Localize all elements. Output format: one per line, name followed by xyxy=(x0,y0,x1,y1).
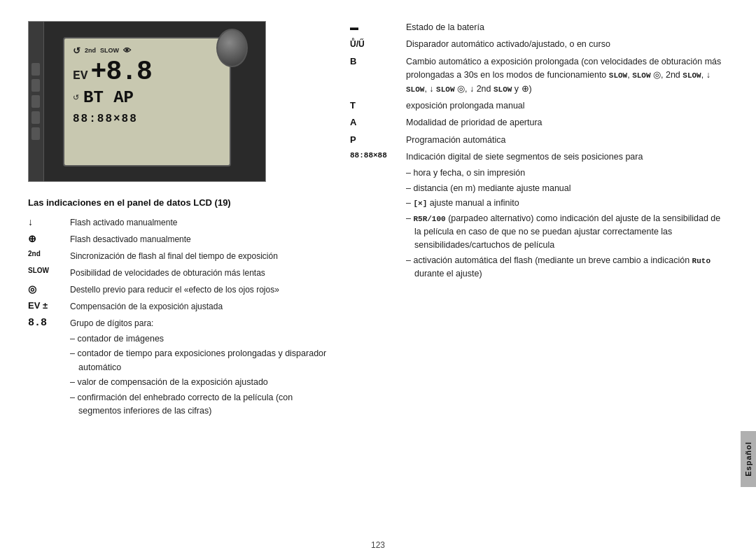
grip-stripe xyxy=(31,79,40,92)
right-key-timer: Ů/Ű xyxy=(350,38,406,49)
bullet-item-1: – contador de imágenes xyxy=(70,332,329,346)
desc-row-flash-off: ⊕ Flash desactivado manualmente xyxy=(28,233,329,246)
desc-section: Las indicaciones en el panel de datos LC… xyxy=(28,197,329,423)
lcd-slow-label: SLOW xyxy=(100,47,119,54)
grip-stripe xyxy=(31,95,40,108)
right-key-t: T xyxy=(350,99,406,111)
lcd-eye-icon: 👁 xyxy=(123,46,131,55)
desc-key-flash-on: ↓ xyxy=(28,216,70,227)
page-container: ↺ 2nd SLOW 👁 EV +8.8 ↺ BT AP xyxy=(0,0,756,557)
right-row-battery: ▬ Estado de la batería xyxy=(350,21,728,34)
lcd-ev-row: EV +8.8 xyxy=(73,59,221,85)
lcd-bt-ap-value: BT AP xyxy=(83,88,134,107)
right-bullet-2: – distancia (en m) mediante ajuste manua… xyxy=(406,182,728,195)
right-bullet-5: – activación automática del flash (media… xyxy=(406,254,728,281)
page-number: 123 xyxy=(0,540,756,557)
right-bullet-1: – hora y fecha, o sin impresión xyxy=(406,167,728,180)
bullet-item-4: – confirmación del enhebrado correcto de… xyxy=(70,391,329,418)
right-value-b: Cambio automático a exposición prolongad… xyxy=(406,55,728,96)
right-key-battery: ▬ xyxy=(350,21,406,32)
desc-value-flash-on: Flash activado manualmente xyxy=(70,216,177,229)
lcd-2nd-label: 2nd xyxy=(85,47,96,54)
desc-row-eye: ◎ Destello previo para reducir el «efect… xyxy=(28,283,329,296)
desc-row-ev: EV ± Compensación de la exposición ajust… xyxy=(28,300,329,313)
right-value-battery: Estado de la batería xyxy=(406,21,728,34)
grip-stripe xyxy=(31,63,40,76)
right-key-b: B xyxy=(350,55,406,66)
camera-knob xyxy=(216,29,248,67)
lcd-panel: ↺ 2nd SLOW 👁 EV +8.8 ↺ BT AP xyxy=(63,37,231,167)
right-bullet-4: – R5R/100 (parpadeo alternativo) como in… xyxy=(406,212,728,253)
bullet-item-2: – contador de tiempo para exposiciones p… xyxy=(70,347,329,374)
desc-key-2nd: 2nd xyxy=(28,250,70,258)
right-value-a: Modalidad de prioridad de apertura xyxy=(406,116,728,129)
camera-knob-area xyxy=(216,29,251,71)
desc-key-flash-off: ⊕ xyxy=(28,233,70,244)
lang-tab-text: Español xyxy=(744,442,752,477)
lcd-self-timer-icon: ↺ xyxy=(73,45,80,56)
right-bullet-3: – [×] ajuste manual a infinito xyxy=(406,197,728,210)
right-row-timer: Ů/Ű Disparador automático activado/ajust… xyxy=(350,38,728,51)
desc-value-ev: Compensación de la exposición ajustada xyxy=(70,300,223,313)
right-row-digits: 88:88×88 Indicación digital de siete seg… xyxy=(350,150,728,282)
camera-image: ↺ 2nd SLOW 👁 EV +8.8 ↺ BT AP xyxy=(28,21,266,182)
camera-grip xyxy=(29,22,44,181)
lcd-bt-ap-row: ↺ BT AP xyxy=(73,88,221,107)
right-key-p: P xyxy=(350,134,406,145)
desc-row-2nd: 2nd Sincronización de flash al final del… xyxy=(28,250,329,262)
right-row-p: P Programación automática xyxy=(350,134,728,147)
right-row-b: B Cambio automático a exposición prolong… xyxy=(350,55,728,96)
desc-title: Las indicaciones en el panel de datos LC… xyxy=(28,197,329,208)
lang-tab: Español xyxy=(741,431,756,487)
desc-value-eye: Destello previo para reducir el «efecto … xyxy=(70,283,279,296)
desc-key-digits: 8.8 xyxy=(28,317,70,329)
left-column: ↺ 2nd SLOW 👁 EV +8.8 ↺ BT AP xyxy=(28,21,329,526)
right-value-timer: Disparador automático activado/ajustado,… xyxy=(406,38,728,51)
right-row-a: A Modalidad de prioridad de apertura xyxy=(350,116,728,129)
lcd-ev-value: +8.8 xyxy=(91,59,152,85)
lcd-top-row: ↺ 2nd SLOW 👁 xyxy=(73,45,221,56)
desc-key-slow: SLOW xyxy=(28,267,70,274)
desc-row-slow: SLOW Posibilidad de velocidades de obtur… xyxy=(28,267,329,279)
desc-value-digits: Grupo de dígitos para: – contador de imá… xyxy=(70,317,329,419)
bullet-item-3: – valor de compensación de la exposición… xyxy=(70,376,329,389)
right-column: ▬ Estado de la batería Ů/Ű Disparador au… xyxy=(350,21,728,526)
right-value-p: Programación automática xyxy=(406,134,728,147)
bullet-list: – contador de imágenes – contador de tie… xyxy=(70,332,329,418)
desc-key-eye: ◎ xyxy=(28,283,70,295)
lcd-bottom-digits: 88:88×88 xyxy=(73,113,221,125)
right-row-t: T exposición prolongada manual xyxy=(350,99,728,113)
desc-value-flash-off: Flash desactivado manualmente xyxy=(70,233,191,246)
right-value-t: exposición prolongada manual xyxy=(406,99,728,113)
main-content: ↺ 2nd SLOW 👁 EV +8.8 ↺ BT AP xyxy=(0,0,756,540)
grip-stripe xyxy=(31,111,40,124)
right-value-digits: Indicación digital de siete segmentos de… xyxy=(406,150,728,282)
lcd-ev-label: EV xyxy=(73,69,88,83)
lcd-timer-icon: ↺ xyxy=(73,93,79,102)
desc-row-flash-on: ↓ Flash activado manualmente xyxy=(28,216,329,229)
right-key-digits: 88:88×88 xyxy=(350,150,406,160)
right-bullet-list: – hora y fecha, o sin impresión – distan… xyxy=(406,167,728,281)
desc-key-ev: EV ± xyxy=(28,300,70,311)
right-key-a: A xyxy=(350,116,406,127)
desc-value-slow: Posibilidad de velocidades de obturación… xyxy=(70,267,265,279)
desc-value-2nd: Sincronización de flash al final del tie… xyxy=(70,250,278,262)
grip-stripe xyxy=(31,127,40,140)
desc-row-digits: 8.8 Grupo de dígitos para: – contador de… xyxy=(28,317,329,419)
